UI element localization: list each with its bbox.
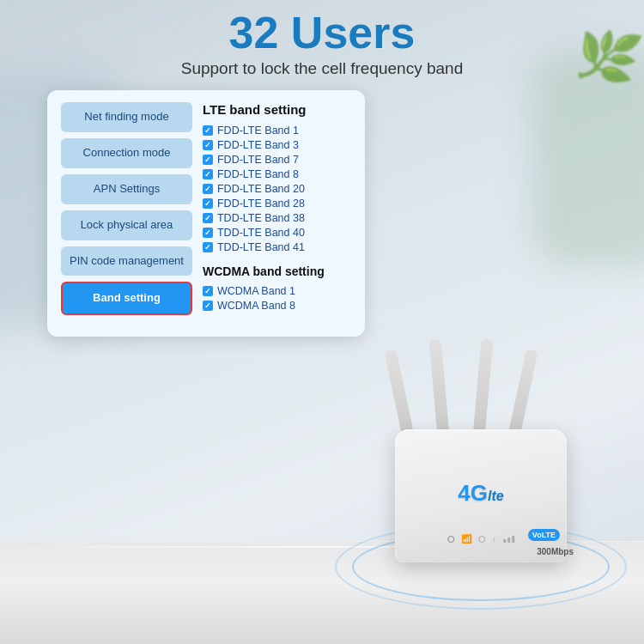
lte-section-title: LTE band setting <box>203 102 351 117</box>
volte-badge: VoLTE <box>528 529 560 541</box>
checkbox-icon <box>203 184 213 194</box>
ui-panel: Net finding mode Connection mode APN Set… <box>47 90 365 337</box>
antenna-2 <box>429 339 450 443</box>
list-item: FDD-LTE Band 3 <box>203 137 351 152</box>
list-item: FDD-LTE Band 20 <box>203 181 351 196</box>
sidebar-item-pin-code-management[interactable]: PIN code management <box>61 246 192 276</box>
list-item: WCDMA Band 1 <box>203 283 351 298</box>
speed-badge: 300Mbps <box>537 547 574 556</box>
sidebar-item-lock-physical-area[interactable]: Lock physical area <box>61 210 192 240</box>
main-content: LTE band setting FDD-LTE Band 1 FDD-LTE … <box>203 102 351 323</box>
header-subtitle: Support to lock the cell frequency band <box>0 59 644 78</box>
antenna-3 <box>472 339 493 443</box>
checkbox-icon <box>203 198 213 209</box>
wcdma-section-title: WCDMA band setting <box>203 264 351 278</box>
network-indicator <box>478 536 485 543</box>
sidebar-item-net-finding-mode[interactable]: Net finding mode <box>61 102 192 132</box>
router-body: 4Glte 📶 ↕ <box>395 429 567 562</box>
list-item: TDD-LTE Band 41 <box>203 240 351 254</box>
list-item: FDD-LTE Band 8 <box>203 167 351 181</box>
users-count: 32 Users <box>0 9 644 58</box>
list-item: TDD-LTE Band 38 <box>203 210 351 225</box>
sidebar-item-connection-mode[interactable]: Connection mode <box>61 138 192 168</box>
checkbox-icon <box>203 301 213 311</box>
checkbox-icon <box>203 140 213 150</box>
header: 32 Users Support to lock the cell freque… <box>0 9 644 78</box>
bars-indicator <box>503 536 514 543</box>
lte-band-list: FDD-LTE Band 1 FDD-LTE Band 3 FDD-LTE Ba… <box>203 123 351 254</box>
checkbox-icon <box>203 155 213 165</box>
list-item: FDD-LTE Band 7 <box>203 152 351 167</box>
sidebar-nav: Net finding mode Connection mode APN Set… <box>61 102 192 323</box>
checkbox-icon <box>203 242 213 252</box>
wifi-indicator: 📶 <box>461 534 471 544</box>
checkbox-icon <box>203 213 213 223</box>
checkbox-icon <box>203 169 213 179</box>
sidebar-item-band-setting[interactable]: Band setting <box>61 282 192 315</box>
power-indicator <box>447 536 454 543</box>
list-item: TDD-LTE Band 40 <box>203 225 351 240</box>
sidebar-item-apn-settings[interactable]: APN Settings <box>61 174 192 204</box>
router-model-badge: 4Glte <box>458 480 503 507</box>
list-item: WCDMA Band 8 <box>203 298 351 313</box>
signal-indicator: ↕ <box>492 535 496 544</box>
list-item: FDD-LTE Band 1 <box>203 123 351 137</box>
wcdma-band-list: WCDMA Band 1 WCDMA Band 8 <box>203 283 351 313</box>
checkbox-icon <box>203 125 213 136</box>
checkbox-icon <box>203 286 213 296</box>
list-item: FDD-LTE Band 28 <box>203 196 351 210</box>
checkbox-icon <box>203 228 213 238</box>
router-area: 4Glte 📶 ↕ VoLTE 300Mbps <box>343 283 618 610</box>
